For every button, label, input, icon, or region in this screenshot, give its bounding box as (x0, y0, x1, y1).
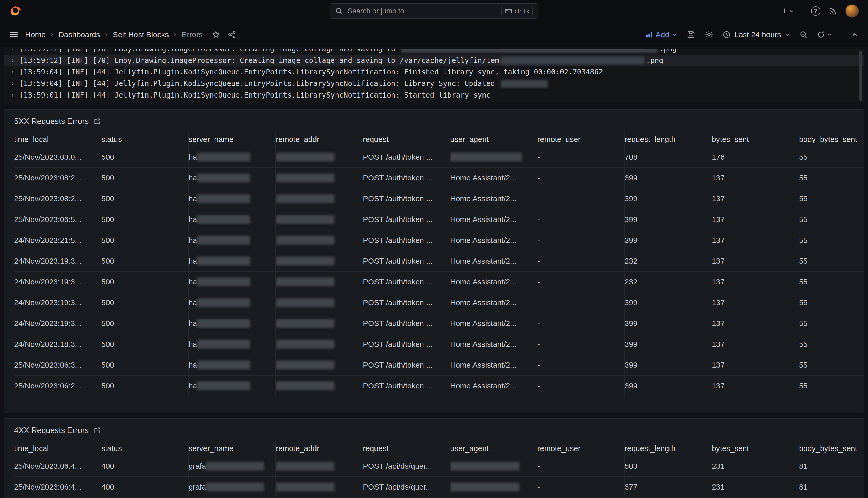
star-icon (212, 30, 220, 39)
expand-row-icon[interactable] (10, 69, 15, 75)
save-dashboard-button[interactable] (687, 30, 695, 39)
zoom-out-button[interactable] (800, 30, 808, 39)
external-link-icon[interactable] (93, 427, 101, 434)
cell-body-bytes-sent: 81 (799, 456, 864, 476)
add-panel-button[interactable]: Add (645, 30, 677, 39)
column-header[interactable]: bytes_sent (712, 132, 799, 147)
chevron-down-icon (827, 32, 832, 37)
external-link-icon[interactable] (93, 118, 101, 125)
cell-status: 500 (101, 355, 189, 375)
column-header[interactable]: server_name (189, 132, 276, 147)
help-button[interactable]: ? (811, 6, 820, 16)
column-header[interactable]: bytes_sent (712, 441, 799, 456)
log-line[interactable]: [13:59:00] [INF] [44] Jellyfin.Plugin.TM… (4, 101, 864, 103)
cell-time-local: 25/Nov/2023:06:3... (14, 355, 101, 375)
cell-body-bytes-sent: 55 (799, 292, 864, 313)
expand-row-icon[interactable] (10, 93, 15, 98)
cell-request: POST /auth/token ... (363, 230, 450, 251)
cell-request-length: 399 (625, 168, 712, 188)
zoom-out-icon (800, 30, 808, 39)
column-header[interactable]: request_length (625, 441, 712, 456)
column-header[interactable]: status (101, 132, 189, 147)
log-scrollbar[interactable] (859, 51, 862, 101)
time-range-picker[interactable]: Last 24 hours (722, 30, 790, 39)
log-line[interactable]: [13:59:12] [INF] [70] Emby.Drawing.Image… (4, 49, 864, 55)
column-header[interactable]: request (363, 132, 450, 147)
dashboard-settings-button[interactable] (705, 30, 713, 39)
column-header[interactable]: request (363, 441, 450, 456)
breadcrumb-item[interactable]: Home (25, 30, 46, 39)
cell-request-length: 399 (625, 334, 712, 354)
global-search[interactable]: ctrl+k (330, 3, 538, 19)
column-header[interactable]: remote_user (537, 441, 625, 456)
column-header[interactable]: time_local (14, 132, 101, 147)
news-button[interactable] (828, 7, 837, 15)
cell-remote-addr (276, 188, 363, 209)
cell-request: POST /auth/token ... (363, 209, 450, 230)
cell-request: POST /auth/token ... (363, 251, 450, 271)
table-row: 24/Nov/2023:19:3... 500 ha POST /auth/to… (14, 313, 864, 334)
cell-bytes-sent: 137 (712, 168, 799, 188)
grafana-logo[interactable] (9, 5, 22, 17)
user-avatar[interactable] (845, 4, 859, 18)
cell-body-bytes-sent: 55 (799, 188, 864, 209)
log-line[interactable]: [13:59:01] [INF] [44] Jellyfin.Plugin.Ko… (4, 89, 864, 101)
cell-body-bytes-sent: 55 (799, 355, 864, 375)
cell-status: 500 (101, 376, 189, 396)
expand-row-icon[interactable] (10, 49, 15, 52)
redacted-text (276, 340, 335, 349)
expand-row-icon[interactable] (10, 58, 15, 63)
cell-status: 500 (101, 292, 189, 313)
column-header[interactable]: request_length (625, 132, 712, 147)
cell-status: 500 (101, 334, 189, 354)
redacted-text (197, 173, 250, 182)
shortcut-badge: ctrl+k (501, 6, 533, 16)
search-icon (335, 7, 343, 15)
cell-remote-user: - (537, 251, 625, 271)
cell-body-bytes-sent: 55 (799, 230, 864, 251)
clock-icon (722, 30, 731, 39)
cell-user-agent: Home Assistant/2... (450, 334, 537, 354)
expand-row-icon[interactable] (10, 81, 15, 86)
collapse-toolbar-button[interactable] (851, 31, 859, 39)
log-line[interactable]: [13:59:04] [INF] [44] Jellyfin.Plugin.Ko… (4, 78, 864, 89)
cell-time-local: 24/Nov/2023:21:5... (14, 230, 101, 251)
column-header[interactable]: remote_user (537, 132, 625, 147)
refresh-button[interactable] (817, 30, 832, 39)
column-header[interactable]: remote_addr (276, 441, 363, 456)
panel-title[interactable]: 4XX Requests Errors (14, 426, 89, 435)
column-header[interactable]: status (101, 441, 189, 456)
column-header[interactable]: server_name (189, 441, 276, 456)
cell-server-name: ha (189, 209, 276, 230)
cell-remote-user: - (537, 355, 625, 375)
column-header[interactable]: body_bytes_sent (799, 441, 864, 456)
table-row: 25/Nov/2023:06:5... 500 ha POST /auth/to… (14, 209, 864, 230)
log-line-text: [13:59:04] [INF] [44] Jellyfin.Plugin.Ko… (19, 68, 603, 76)
breadcrumb-item[interactable]: Errors (169, 30, 203, 39)
cell-remote-user: - (537, 230, 625, 251)
column-header[interactable]: user_agent (450, 441, 537, 456)
share-button[interactable] (228, 30, 236, 39)
favorite-button[interactable] (212, 30, 220, 39)
cell-bytes-sent: 137 (712, 376, 799, 396)
cell-remote-addr (276, 272, 363, 292)
table-header: time_localstatusserver_nameremote_addrre… (14, 132, 864, 147)
search-input[interactable] (348, 7, 497, 15)
log-line[interactable]: [13:59:04] [INF] [44] Jellyfin.Plugin.Ko… (4, 66, 864, 78)
mega-menu-button[interactable] (9, 30, 18, 39)
log-line[interactable]: [13:59:12] [INF] [70] Emby.Drawing.Image… (4, 55, 864, 66)
cell-bytes-sent: 176 (712, 147, 799, 167)
new-menu-button[interactable]: + (782, 6, 795, 16)
cell-remote-addr (276, 355, 363, 375)
column-header[interactable]: time_local (14, 441, 101, 456)
cell-request: POST /auth/token ... (363, 376, 450, 396)
cell-server-name: grafa (189, 477, 276, 497)
redacted-text (276, 277, 335, 286)
column-header[interactable]: remote_addr (276, 132, 363, 147)
panel-title[interactable]: 5XX Requests Errors (14, 117, 89, 126)
breadcrumb-item[interactable]: Self Host Blocks (100, 30, 169, 39)
cell-request: POST /auth/token ... (363, 188, 450, 209)
breadcrumb-item[interactable]: Dashboards (46, 30, 100, 39)
column-header[interactable]: user_agent (450, 132, 537, 147)
column-header[interactable]: body_bytes_sent (799, 132, 864, 147)
